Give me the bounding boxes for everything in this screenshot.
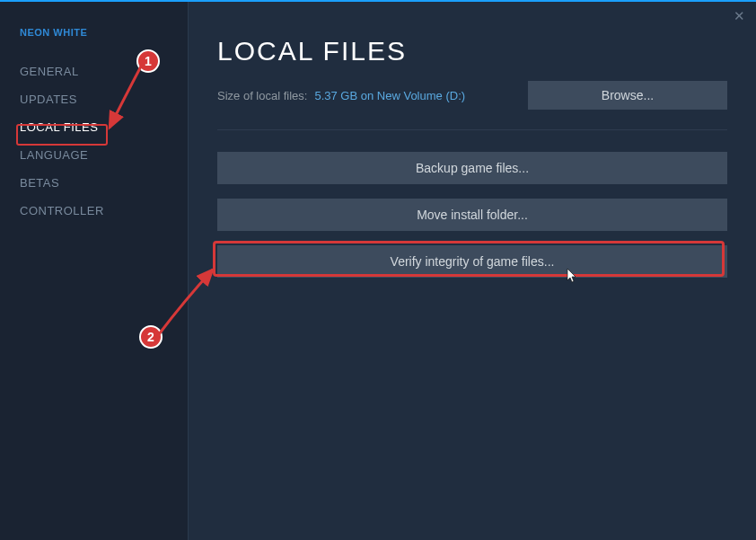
browse-button[interactable]: Browse...: [528, 81, 727, 110]
sidebar-item-language[interactable]: LANGUAGE: [20, 141, 188, 169]
close-icon[interactable]: ✕: [734, 9, 745, 22]
size-label: Size of local files:: [217, 89, 307, 102]
sidebar-item-controller[interactable]: CONTROLLER: [20, 197, 188, 225]
page-title: LOCAL FILES: [217, 36, 727, 66]
move-folder-button[interactable]: Move install folder...: [217, 199, 727, 231]
game-title: NEON WHITE: [20, 27, 188, 38]
verify-integrity-button[interactable]: Verify integrity of game files...: [217, 245, 727, 278]
size-value: 5.37 GB on New Volume (D:): [314, 89, 465, 102]
backup-button[interactable]: Backup game files...: [217, 152, 727, 184]
divider: [217, 129, 727, 130]
sidebar: NEON WHITE GENERAL UPDATES LOCAL FILES L…: [0, 2, 189, 540]
main-content: ✕ LOCAL FILES Size of local files: 5.37 …: [189, 2, 756, 540]
sidebar-item-updates[interactable]: UPDATES: [20, 85, 188, 113]
size-row: Size of local files: 5.37 GB on New Volu…: [217, 81, 727, 110]
sidebar-item-betas[interactable]: BETAS: [20, 169, 188, 197]
sidebar-item-local-files[interactable]: LOCAL FILES: [20, 113, 188, 141]
sidebar-item-general[interactable]: GENERAL: [20, 58, 188, 85]
